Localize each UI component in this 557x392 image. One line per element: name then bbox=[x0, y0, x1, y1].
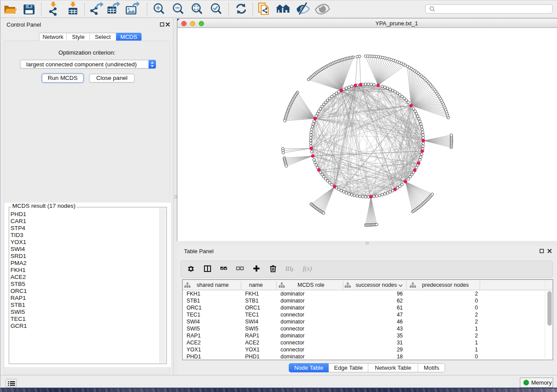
svg-text:f(x): f(x) bbox=[303, 265, 312, 272]
